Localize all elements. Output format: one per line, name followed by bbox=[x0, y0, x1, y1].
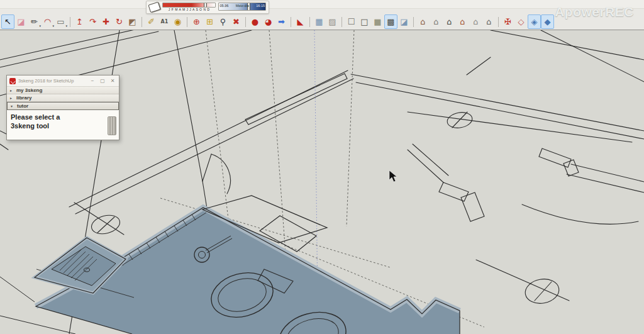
tool-glyph: ⌂ bbox=[473, 18, 478, 26]
recorder-watermark: ApowerREC bbox=[555, 4, 634, 19]
time-slider-thumb[interactable] bbox=[247, 3, 250, 11]
shaded-textures-style-icon[interactable]: ▩ ▾ bbox=[384, 14, 397, 29]
date-slider-thumb[interactable] bbox=[204, 3, 207, 8]
zoom-tool-icon[interactable]: ⚲ ▾ bbox=[216, 14, 230, 29]
axes-icon[interactable]: ✠ ▾ bbox=[501, 14, 514, 29]
panel-section-library[interactable]: ▸ library bbox=[7, 94, 119, 102]
tape-measure-tool-icon[interactable]: ✐ ▾ bbox=[145, 14, 158, 29]
tool-glyph: ⊕ bbox=[193, 18, 200, 26]
3skeng-pipe-tool-icon[interactable]: ● ▾ bbox=[248, 14, 262, 29]
export-model-icon[interactable]: ➡ ▾ bbox=[275, 14, 288, 29]
section-label: tutor bbox=[17, 103, 28, 109]
back-edges-style-icon[interactable]: ▨ ▾ bbox=[326, 14, 339, 29]
shadows-toolbar: J F M A M J J A S O N D 05:36 Meio-dia 1… bbox=[146, 1, 269, 14]
tool-glyph: ↥ bbox=[76, 18, 83, 26]
front-view-icon[interactable]: ⌂ ▾ bbox=[443, 14, 456, 29]
follow-me-tool-icon[interactable]: ↷ ▾ bbox=[86, 14, 99, 29]
right-view-icon[interactable]: ⌂ ▾ bbox=[456, 14, 469, 29]
bathroom-floor-group bbox=[35, 208, 460, 334]
tool-glyph: ▦ bbox=[315, 18, 323, 26]
mouse-cursor bbox=[389, 170, 397, 182]
tool-glyph: ◉ bbox=[174, 18, 181, 26]
x-ray-style-icon[interactable]: ▦ ▾ bbox=[313, 14, 326, 29]
section-label: library bbox=[16, 95, 31, 101]
3skeng-logo-icon bbox=[9, 78, 16, 84]
move-tool-icon[interactable]: ✚ ▾ bbox=[99, 14, 113, 29]
close-button[interactable]: ✕ bbox=[109, 77, 116, 85]
line-tool-icon[interactable]: ✏ ▾ bbox=[28, 14, 41, 29]
month-labels: J F M A M J J A S O N D bbox=[162, 8, 216, 11]
rectangle-tool-icon[interactable]: ▭ ▾ bbox=[54, 14, 67, 29]
minimize-button[interactable]: − bbox=[89, 77, 96, 85]
display-section-cuts-icon[interactable]: ◆ ▾ bbox=[541, 14, 554, 29]
tool-glyph: ◈ bbox=[531, 18, 538, 26]
toolbar-separator[interactable]: ▾ bbox=[243, 14, 248, 29]
monochrome-style-icon[interactable]: ◪ ▾ bbox=[397, 14, 411, 29]
dimension-tool-icon[interactable]: A1 ▾ bbox=[158, 14, 171, 29]
toolbar-separator[interactable]: ▾ bbox=[307, 14, 313, 29]
3skeng-panel: 3skeng 2018 for SketchUp − ▢ ✕ ▸ my 3ske… bbox=[6, 75, 119, 140]
pan-tool-icon[interactable]: ⊞ ▾ bbox=[203, 14, 216, 29]
tool-glyph: ▭ bbox=[57, 18, 64, 26]
back-view-icon[interactable]: ⌂ ▾ bbox=[469, 14, 482, 29]
toolbar-separator[interactable]: ▾ bbox=[339, 14, 345, 29]
shadow-date-slider[interactable]: J F M A M J J A S O N D bbox=[162, 3, 216, 12]
tool-glyph: ✠ bbox=[504, 18, 511, 26]
time-slider-track[interactable] bbox=[218, 3, 266, 11]
rotate-tool-icon[interactable]: ↻ ▾ bbox=[113, 14, 126, 29]
toolbar-separator[interactable]: ▾ bbox=[411, 14, 416, 29]
tool-glyph: ◆ bbox=[545, 18, 551, 26]
toolbar-separator[interactable]: ▾ bbox=[139, 14, 145, 29]
section-label: my 3skeng bbox=[16, 87, 42, 93]
component-tool-icon[interactable]: ◣ ▾ bbox=[294, 14, 307, 29]
door-swing-lower bbox=[522, 204, 638, 224]
toolbar-area: J F M A M J J A S O N D 05:36 Meio-dia 1… bbox=[0, 0, 644, 30]
fixture-symbol-right bbox=[476, 260, 569, 306]
section-arrow-icon: ▾ bbox=[11, 104, 14, 108]
tool-glyph: ↖ bbox=[4, 18, 11, 26]
axis-guide-blue bbox=[314, 30, 318, 301]
door-swing-upper bbox=[203, 154, 230, 194]
section-plane-icon[interactable]: ◇ ▾ bbox=[514, 14, 528, 29]
tool-glyph: ⚲ bbox=[220, 18, 226, 26]
orbit-tool-icon[interactable]: ⊕ ▾ bbox=[190, 14, 203, 29]
3skeng-add-tool-icon[interactable]: ◕ ▾ bbox=[262, 14, 275, 29]
zoom-extents-tool-icon[interactable]: ✖ ▾ bbox=[230, 14, 243, 29]
select-tool-icon[interactable]: ↖ ▾ bbox=[1, 14, 14, 29]
toolbar-separator[interactable]: ▾ bbox=[67, 14, 73, 29]
scale-tool-icon[interactable]: ◩ ▾ bbox=[126, 14, 139, 29]
wireframe-style-icon[interactable]: ☐ ▾ bbox=[345, 14, 358, 29]
tool-glyph: ✏ bbox=[31, 18, 38, 26]
top-view-icon[interactable]: ⌂ ▾ bbox=[430, 14, 443, 29]
tool-glyph: ⌂ bbox=[433, 18, 438, 26]
arc-tool-icon[interactable]: ◠ ▾ bbox=[41, 14, 54, 29]
panel-section-my-3skeng[interactable]: ▸ my 3skeng bbox=[7, 87, 119, 94]
tool-glyph: □ bbox=[360, 18, 368, 26]
iso-view-icon[interactable]: ⌂ ▾ bbox=[416, 14, 430, 29]
eraser-tool-icon[interactable]: ◪ ▾ bbox=[14, 14, 28, 29]
tool-glyph: ☐ bbox=[348, 18, 355, 26]
display-section-planes-icon[interactable]: ◈ ▾ bbox=[528, 14, 541, 29]
left-view-icon[interactable]: ⌂ ▾ bbox=[482, 14, 496, 29]
panel-titlebar[interactable]: 3skeng 2018 for SketchUp − ▢ ✕ bbox=[7, 75, 119, 87]
wall-lines-top-right bbox=[467, 30, 644, 82]
tool-glyph: ➡ bbox=[278, 18, 285, 26]
tool-glyph: ↷ bbox=[89, 18, 96, 26]
tool-glyph: ✚ bbox=[103, 18, 109, 26]
toolbar-separator[interactable]: ▾ bbox=[184, 14, 190, 29]
paint-bucket-tool-icon[interactable]: ◉ ▾ bbox=[171, 14, 184, 29]
panel-scrollbar[interactable] bbox=[108, 116, 116, 135]
toggle-shadows-icon[interactable] bbox=[148, 2, 160, 13]
date-slider-track[interactable] bbox=[162, 3, 216, 8]
toolbar-separator[interactable]: ▾ bbox=[496, 14, 501, 29]
tool-glyph: ● bbox=[252, 18, 258, 26]
shaded-style-icon[interactable]: ■ ▾ bbox=[371, 14, 384, 29]
toolbar-separator[interactable]: ▾ bbox=[288, 14, 294, 29]
maximize-button[interactable]: ▢ bbox=[99, 77, 106, 85]
tool-glyph: ◕ bbox=[265, 18, 272, 26]
push-pull-tool-icon[interactable]: ↥ ▾ bbox=[73, 14, 86, 29]
panel-section-tutor[interactable]: ▾ tutor bbox=[7, 102, 119, 110]
tool-glyph: ◪ bbox=[17, 18, 25, 26]
shadow-time-slider[interactable]: 05:36 Meio-dia 16:15 bbox=[218, 3, 266, 12]
hidden-line-style-icon[interactable]: □ ▾ bbox=[358, 14, 371, 29]
